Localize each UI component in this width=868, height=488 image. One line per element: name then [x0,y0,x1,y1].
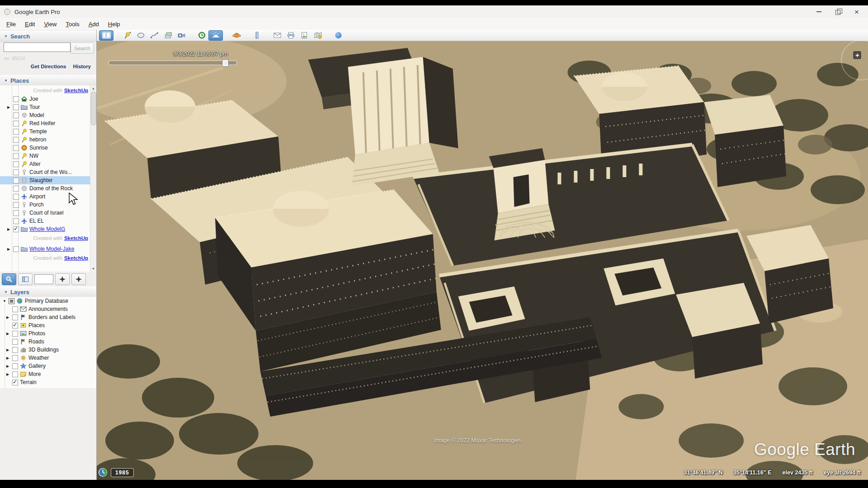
checkbox[interactable] [12,363,18,369]
history-year-badge[interactable]: 1985 [111,468,134,477]
checkbox[interactable] [13,202,19,208]
checkbox[interactable] [12,355,18,361]
tree-item-temple[interactable]: Temple [0,127,96,136]
tree-item-dome-of-the-rock[interactable]: Dome of the Rock [0,184,96,192]
tree-item-label[interactable]: Photos [28,330,45,337]
tree-item-label[interactable]: Temple [29,128,47,135]
search-panel-header[interactable]: ▼ Search [0,31,96,42]
checkbox[interactable] [12,339,18,345]
expand-arrow-icon[interactable]: ▶ [7,105,13,109]
layers-panel-header[interactable]: ▼ Layers [0,286,96,297]
expand-arrow-icon[interactable]: ▶ [6,348,12,352]
checkbox[interactable] [13,194,19,200]
fly-to-speed-box[interactable] [34,274,53,284]
tree-item-model[interactable]: Model [0,111,96,119]
restore-button[interactable] [828,6,847,18]
tree-item-label[interactable]: Tour [29,104,40,110]
tree-item-label[interactable]: Sunrise [29,145,48,151]
show-panel-button[interactable] [18,273,33,285]
checkbox[interactable] [12,314,18,320]
add-image-overlay-button[interactable] [161,31,175,40]
tree-item-sunrise[interactable]: Sunrise [0,144,96,152]
tree-item-joe[interactable]: Joe [0,95,96,103]
record-tour-button[interactable] [175,31,188,40]
scroll-down-arrow[interactable]: ▼ [90,266,96,272]
checkbox[interactable] [9,298,14,304]
checkbox[interactable] [13,210,19,216]
tree-item-court-of-the-wo-[interactable]: Court of the Wo... [0,168,96,176]
collapse-arrow-icon[interactable]: ▼ [3,299,8,303]
checkbox[interactable] [13,104,19,110]
checkbox[interactable] [13,178,19,183]
tree-item-weather[interactable]: ▶Weather [0,354,96,362]
checkbox[interactable] [12,306,18,312]
tree-item-label[interactable]: EL EL [29,218,44,224]
tree-item-3d-buildings[interactable]: ▶3D Buildings [0,346,96,354]
checkbox[interactable] [13,218,19,224]
checkbox[interactable] [13,129,19,135]
tree-item-whole-model-jake[interactable]: ▶Whole Model-Jake [0,245,96,253]
tree-item-label[interactable]: Announcements [28,306,68,312]
temple-3d-model[interactable] [97,41,868,480]
tree-item-label[interactable]: Model [29,112,44,118]
print-button[interactable] [284,31,297,40]
add-polygon-button[interactable] [134,31,147,40]
checkbox[interactable] [12,371,18,377]
ruler-button[interactable] [250,31,264,40]
expand-arrow-icon[interactable]: ▶ [7,227,13,231]
tree-item-tour[interactable]: ▶Tour [0,103,96,111]
email-button[interactable] [270,31,284,40]
save-image-button[interactable] [297,31,311,40]
expand-arrow-icon[interactable]: ▶ [6,356,12,360]
scroll-up-arrow[interactable]: ▲ [90,85,96,91]
tree-item-label[interactable]: More [28,371,41,377]
expand-arrow-icon[interactable]: ▶ [7,247,13,251]
checkbox[interactable] [12,347,18,353]
tree-item-alter[interactable]: Alter [0,160,96,168]
menu-add[interactable]: Add [84,19,104,29]
play-tour-down-button[interactable] [71,273,86,285]
historical-clock-icon[interactable] [98,468,108,477]
search-input[interactable] [4,42,71,52]
checkbox[interactable] [13,121,19,127]
tree-item-borders-and-labels[interactable]: ▶Borders and Labels [0,313,96,321]
tree-item-el-el[interactable]: EL EL [0,217,96,225]
checkbox[interactable] [13,113,19,118]
minimize-button[interactable] [809,6,828,18]
expand-arrow-icon[interactable]: ▶ [6,332,12,336]
places-panel-header[interactable]: ▼ Places [0,75,96,86]
tree-item-label[interactable]: Weather [28,355,49,361]
sketchup-link[interactable]: SketchUp [64,88,88,93]
menu-help[interactable]: Help [104,19,125,29]
checkbox[interactable] [13,186,19,192]
places-scrollbar[interactable]: ▲ ▼ [90,85,96,272]
play-tour-up-button[interactable] [55,273,70,285]
historical-imagery-button[interactable] [195,31,208,40]
tree-item-primary-database[interactable]: ▼Primary Database [0,297,96,305]
tree-item-label[interactable]: Airport [29,193,45,200]
add-placemark-button[interactable] [120,31,134,40]
tree-item-label[interactable]: Court of the Wo... [29,169,72,175]
tree-item-places[interactable]: Places [0,321,96,329]
search-places-button[interactable] [2,273,16,285]
tree-item-roads[interactable]: Roads [0,338,96,346]
close-button[interactable]: × [847,6,866,18]
toggle-sidebar-button[interactable] [99,30,113,41]
tree-item-label[interactable]: Slaughter [29,177,52,183]
tree-item-more[interactable]: ▶More [0,370,96,378]
tree-item-label[interactable]: Gallery [28,363,46,369]
get-directions-link[interactable]: Get Directions [31,64,66,69]
search-button[interactable]: Search [71,42,94,54]
tree-item-whole-modelg[interactable]: ▶Whole ModelG [0,225,96,233]
sunlight-time-slider[interactable] [108,61,237,65]
checkbox[interactable] [13,226,19,232]
tree-item-label[interactable]: Primary Database [25,298,68,304]
tree-item-terrain[interactable]: Terrain [0,378,96,386]
tree-item-nw[interactable]: NW [0,152,96,160]
checkbox[interactable] [13,161,19,167]
tree-item-label[interactable]: Joe [29,96,38,102]
history-link[interactable]: History [73,64,91,69]
tree-item-photos[interactable]: ▶Photos [0,329,96,338]
sketchup-link[interactable]: SketchUp [64,255,88,261]
tree-item-label[interactable]: Places [28,322,45,328]
